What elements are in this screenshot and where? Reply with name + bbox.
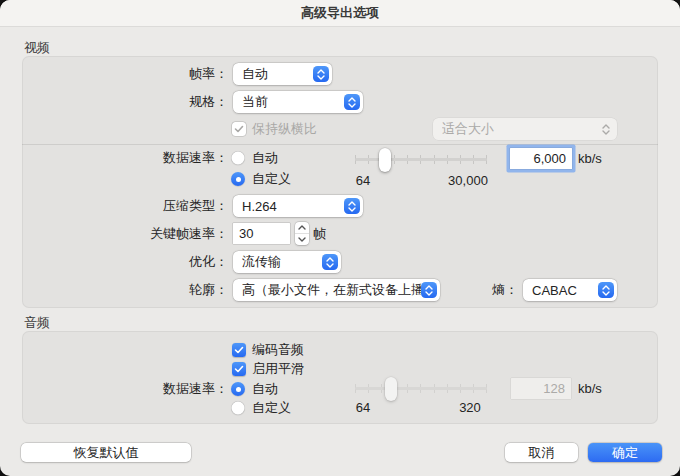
chevron-up-down-icon	[598, 121, 614, 137]
audio-data-rate-slider	[355, 377, 487, 401]
chevron-up-down-icon	[313, 66, 329, 82]
advanced-export-options-dialog: 高级导出选项 视频 帧率： 自动 规格： 当前 保持纵横比 适合大小 数据速率：…	[0, 0, 680, 476]
chevron-up-down-icon	[421, 282, 437, 298]
keyframe-rate-input[interactable]	[233, 223, 290, 244]
chevron-up-down-icon	[344, 94, 360, 110]
video-data-rate-label: 数据速率：	[40, 150, 228, 166]
video-data-rate-input[interactable]	[510, 148, 572, 169]
ok-button[interactable]: 确定	[588, 443, 662, 462]
frame-rate-label: 帧率：	[40, 66, 228, 82]
compression-label: 压缩类型：	[40, 198, 228, 214]
compression-select[interactable]: H.264	[233, 195, 363, 217]
frame-rate-select[interactable]: 自动	[233, 63, 332, 85]
video-data-rate-auto-label: 自动	[252, 150, 278, 166]
stepper-up-icon[interactable]	[295, 222, 309, 234]
stepper-down-icon[interactable]	[295, 234, 309, 245]
fit-size-select: 适合大小	[433, 118, 617, 140]
entropy-value: CABAC	[532, 283, 598, 298]
optimize-select[interactable]: 流传输	[233, 251, 341, 273]
video-data-rate-custom-radio[interactable]	[231, 172, 245, 186]
audio-section-label: 音频	[24, 315, 50, 331]
spec-label: 规格：	[40, 94, 228, 110]
spec-select[interactable]: 当前	[233, 91, 363, 113]
profile-value: 高（最小文件，在新式设备上播放）	[242, 281, 421, 299]
profile-select[interactable]: 高（最小文件，在新式设备上播放）	[233, 279, 440, 301]
audio-data-rate-label: 数据速率：	[40, 381, 228, 397]
profile-label: 轮廓：	[40, 282, 228, 298]
audio-data-rate-input	[511, 378, 571, 399]
video-section-label: 视频	[24, 40, 50, 56]
frame-rate-value: 自动	[242, 65, 313, 83]
video-data-rate-unit: kb/s	[578, 151, 602, 167]
encode-audio-checkbox[interactable]	[232, 343, 246, 357]
chevron-up-down-icon	[598, 282, 614, 298]
fit-size-value: 适合大小	[442, 120, 598, 138]
audio-data-rate-unit: kb/s	[578, 381, 602, 397]
optimize-label: 优化：	[40, 254, 228, 270]
slider-thumb[interactable]	[379, 148, 391, 172]
spec-value: 当前	[242, 93, 344, 111]
keyframe-unit-label: 帧	[313, 226, 326, 242]
video-slider-min-label: 64	[353, 173, 373, 189]
video-slider-max-label: 30,000	[438, 173, 498, 189]
video-data-rate-auto-radio[interactable]	[231, 151, 245, 165]
entropy-label: 熵：	[470, 282, 518, 298]
cancel-button[interactable]: 取消	[505, 443, 578, 462]
keep-aspect-label: 保持纵横比	[252, 121, 317, 137]
compression-value: H.264	[242, 199, 344, 214]
optimize-value: 流传输	[242, 253, 322, 271]
smoothing-checkbox[interactable]	[232, 362, 246, 376]
audio-slider-min-label: 64	[353, 400, 373, 416]
slider-thumb	[385, 377, 397, 401]
restore-defaults-button[interactable]: 恢复默认值	[21, 443, 191, 462]
dialog-title: 高级导出选项	[301, 4, 379, 22]
audio-data-rate-auto-radio[interactable]	[231, 382, 245, 396]
keep-aspect-checkbox	[232, 122, 246, 136]
smoothing-label: 启用平滑	[252, 361, 304, 377]
audio-data-rate-custom-radio[interactable]	[231, 401, 245, 415]
slider-track	[355, 387, 487, 390]
titlebar: 高级导出选项	[0, 0, 680, 27]
audio-data-rate-auto-label: 自动	[252, 381, 278, 397]
audio-slider-max-label: 320	[455, 400, 485, 416]
slider-track	[355, 158, 487, 161]
audio-data-rate-custom-label: 自定义	[252, 400, 291, 416]
chevron-up-down-icon	[322, 254, 338, 270]
keyframe-stepper[interactable]	[295, 222, 309, 245]
entropy-select[interactable]: CABAC	[523, 279, 617, 301]
video-data-rate-custom-label: 自定义	[252, 171, 291, 187]
encode-audio-label: 编码音频	[252, 342, 304, 358]
video-data-rate-slider[interactable]	[355, 148, 487, 172]
chevron-up-down-icon	[344, 198, 360, 214]
keyframe-rate-label: 关键帧速率：	[40, 226, 228, 242]
video-box-divider	[22, 144, 658, 145]
